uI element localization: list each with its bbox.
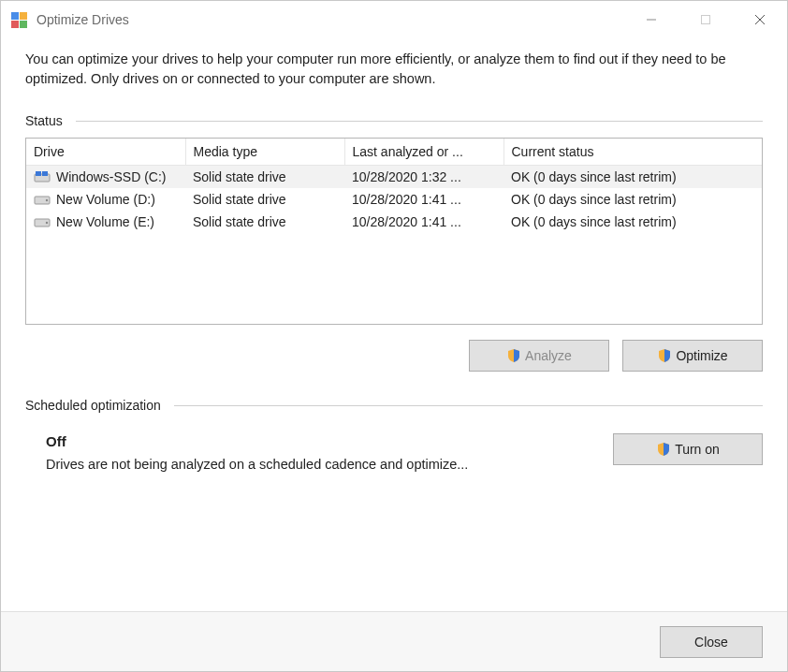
optimize-drives-window: Optimize Drives You can optimize your dr…	[0, 0, 788, 672]
table-row[interactable]: Windows-SSD (C:)Solid state drive10/28/2…	[26, 166, 762, 189]
svg-rect-5	[36, 171, 41, 176]
turn-on-label: Turn on	[675, 442, 720, 457]
drive-icon	[34, 215, 51, 228]
maximize-button[interactable]	[679, 1, 733, 38]
table-header-row: Drive Media type Last analyzed or ... Cu…	[26, 139, 762, 166]
drive-media: Solid state drive	[185, 211, 344, 233]
col-last-header[interactable]: Last analyzed or ...	[344, 139, 503, 166]
drive-last-analyzed: 10/28/2020 1:41 ...	[344, 211, 503, 233]
drive-name: Windows-SSD (C:)	[56, 169, 166, 184]
scheduled-section: Off Drives are not being analyzed on a s…	[25, 422, 763, 472]
scheduled-header: Scheduled optimization	[25, 398, 763, 413]
page-description: You can optimize your drives to help you…	[25, 38, 763, 108]
drives-table[interactable]: Drive Media type Last analyzed or ... Cu…	[26, 139, 762, 233]
shield-icon	[657, 348, 672, 363]
status-header: Status	[25, 113, 763, 128]
drive-status: OK (0 days since last retrim)	[503, 188, 762, 211]
divider	[76, 121, 763, 122]
col-media-header[interactable]: Media type	[185, 139, 344, 166]
drive-last-analyzed: 10/28/2020 1:32 ...	[344, 166, 503, 189]
drive-name: New Volume (D:)	[56, 192, 155, 207]
close-label: Close	[694, 635, 728, 650]
drive-name: New Volume (E:)	[56, 214, 154, 229]
windows-drive-icon	[34, 170, 51, 183]
optimize-button[interactable]: Optimize	[622, 340, 763, 372]
divider	[174, 405, 763, 406]
svg-rect-1	[702, 16, 710, 24]
optimize-label: Optimize	[676, 348, 727, 363]
action-button-row: Analyze Optimize	[25, 325, 763, 379]
titlebar: Optimize Drives	[1, 1, 787, 38]
scheduled-state: Off	[46, 433, 594, 449]
analyze-button[interactable]: Analyze	[469, 340, 609, 372]
shield-icon	[506, 348, 521, 363]
table-row[interactable]: New Volume (E:)Solid state drive10/28/20…	[26, 211, 762, 233]
close-dialog-button[interactable]: Close	[660, 626, 763, 658]
drive-icon	[34, 193, 51, 206]
drive-status: OK (0 days since last retrim)	[503, 211, 762, 233]
drive-media: Solid state drive	[185, 166, 344, 189]
status-label: Status	[25, 113, 63, 128]
svg-rect-6	[42, 171, 48, 176]
window-title: Optimize Drives	[36, 12, 129, 27]
turn-on-button[interactable]: Turn on	[613, 433, 763, 465]
analyze-label: Analyze	[525, 348, 572, 363]
app-icon	[10, 11, 27, 28]
scheduled-detail: Drives are not being analyzed on a sched…	[46, 457, 594, 472]
drive-last-analyzed: 10/28/2020 1:41 ...	[344, 188, 503, 211]
shield-icon	[656, 442, 671, 457]
svg-point-10	[46, 222, 48, 224]
table-row[interactable]: New Volume (D:)Solid state drive10/28/20…	[26, 188, 762, 211]
minimize-button[interactable]	[624, 1, 679, 38]
drives-table-container: Drive Media type Last analyzed or ... Cu…	[25, 138, 763, 325]
footer: Close	[1, 611, 787, 671]
svg-point-8	[46, 199, 48, 201]
drive-status: OK (0 days since last retrim)	[503, 166, 762, 189]
col-status-header[interactable]: Current status	[503, 139, 762, 166]
close-button[interactable]	[733, 1, 787, 38]
scheduled-label: Scheduled optimization	[25, 398, 161, 413]
drive-media: Solid state drive	[185, 188, 344, 211]
col-drive-header[interactable]: Drive	[26, 139, 185, 166]
